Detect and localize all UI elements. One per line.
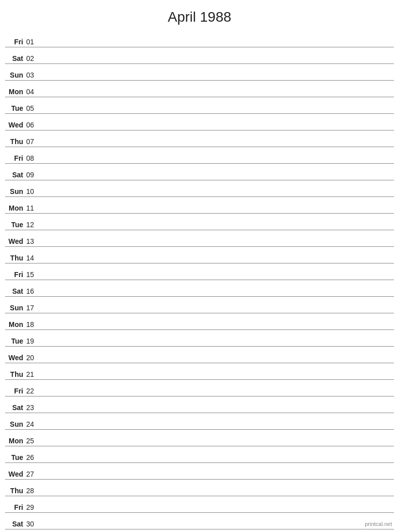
- day-line: [40, 378, 394, 378]
- day-row: Tue05: [5, 98, 394, 114]
- day-line: [40, 162, 394, 162]
- day-line: [40, 261, 394, 262]
- day-name: Fri: [5, 38, 26, 46]
- day-number: 23: [26, 404, 40, 412]
- day-name: Sat: [5, 54, 26, 62]
- day-line: [40, 511, 394, 511]
- day-name: Fri: [5, 503, 26, 511]
- day-number: 21: [26, 370, 40, 378]
- day-line: [40, 478, 394, 478]
- day-number: 03: [26, 71, 40, 79]
- day-number: 04: [26, 88, 40, 96]
- day-number: 29: [26, 503, 40, 511]
- day-row: Thu14: [5, 247, 394, 263]
- day-line: [40, 128, 394, 129]
- day-line: [40, 295, 394, 295]
- day-name: Fri: [5, 387, 26, 395]
- day-row: Tue12: [5, 214, 394, 230]
- day-line: [40, 411, 394, 412]
- day-row: Sat30: [5, 513, 394, 529]
- day-row: Mon18: [5, 314, 394, 330]
- day-name: Thu: [5, 138, 26, 146]
- day-number: 02: [26, 54, 40, 62]
- day-line: [40, 212, 394, 212]
- day-row: Mon11: [5, 197, 394, 214]
- day-number: 07: [26, 138, 40, 146]
- day-number: 15: [26, 271, 40, 279]
- day-line: [40, 228, 394, 229]
- day-name: Wed: [5, 354, 26, 362]
- day-line: [40, 461, 394, 461]
- day-line: [40, 195, 394, 195]
- day-line: [40, 361, 394, 362]
- day-row: Sat23: [5, 397, 394, 413]
- day-number: 01: [26, 38, 40, 46]
- day-number: 06: [26, 121, 40, 129]
- day-row: Sat16: [5, 281, 394, 297]
- day-number: 28: [26, 487, 40, 495]
- calendar-rows: Fri01Sat02Sun03Mon04Tue05Wed06Thu07Fri08…: [0, 31, 399, 529]
- footer-text: printcal.net: [365, 521, 392, 527]
- day-name: Thu: [5, 370, 26, 378]
- day-line: [40, 145, 394, 146]
- day-number: 12: [26, 221, 40, 229]
- day-row: Wed13: [5, 231, 394, 247]
- day-name: Sat: [5, 287, 26, 295]
- day-name: Wed: [5, 470, 26, 478]
- day-row: Sun03: [5, 64, 394, 81]
- day-number: 08: [26, 154, 40, 162]
- day-name: Mon: [5, 437, 26, 445]
- day-row: Thu21: [5, 364, 394, 380]
- day-number: 20: [26, 354, 40, 362]
- day-name: Sun: [5, 71, 26, 79]
- day-row: Wed06: [5, 114, 394, 130]
- day-name: Fri: [5, 271, 26, 279]
- day-row: Thu28: [5, 480, 394, 496]
- day-line: [40, 428, 394, 428]
- day-row: Thu07: [5, 131, 394, 147]
- day-number: 17: [26, 304, 40, 312]
- day-name: Tue: [5, 453, 26, 461]
- day-number: 18: [26, 320, 40, 328]
- day-row: Sun24: [5, 414, 394, 430]
- day-number: 10: [26, 187, 40, 195]
- day-number: 25: [26, 437, 40, 445]
- day-line: [40, 345, 394, 345]
- day-row: Fri08: [5, 148, 394, 164]
- day-name: Sat: [5, 520, 26, 528]
- day-name: Mon: [5, 88, 26, 96]
- day-line: [40, 394, 394, 395]
- day-number: 14: [26, 254, 40, 262]
- day-name: Fri: [5, 154, 26, 162]
- day-row: Mon04: [5, 81, 394, 97]
- day-number: 16: [26, 287, 40, 295]
- day-row: Fri15: [5, 264, 394, 280]
- day-line: [40, 62, 394, 62]
- day-name: Sat: [5, 171, 26, 179]
- day-name: Sat: [5, 404, 26, 412]
- day-line: [40, 79, 394, 79]
- day-name: Sun: [5, 187, 26, 195]
- day-number: 30: [26, 520, 40, 528]
- day-row: Fri22: [5, 380, 394, 396]
- day-row: Wed20: [5, 347, 394, 363]
- day-row: Mon25: [5, 430, 394, 446]
- day-line: [40, 112, 394, 112]
- day-row: Sat09: [5, 164, 394, 180]
- day-line: [40, 494, 394, 495]
- day-name: Thu: [5, 254, 26, 262]
- day-number: 11: [26, 204, 40, 212]
- day-name: Sun: [5, 420, 26, 428]
- day-name: Tue: [5, 221, 26, 229]
- day-row: Sun10: [5, 181, 394, 197]
- day-line: [40, 527, 394, 528]
- day-line: [40, 95, 394, 96]
- day-row: Fri01: [5, 31, 394, 47]
- day-line: [40, 328, 394, 328]
- day-line: [40, 45, 394, 46]
- day-number: 24: [26, 420, 40, 428]
- day-row: Sun17: [5, 297, 394, 313]
- day-number: 26: [26, 453, 40, 461]
- day-line: [40, 278, 394, 279]
- day-name: Tue: [5, 337, 26, 345]
